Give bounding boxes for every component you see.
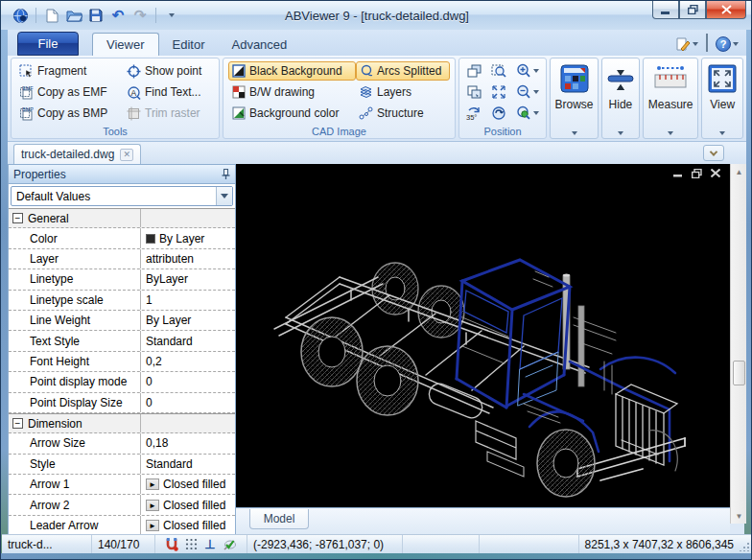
zoom-previous-dropdown[interactable]: [533, 111, 539, 115]
ribbon-group-position: 35° Position: [458, 58, 547, 139]
zoom-out-dropdown[interactable]: [533, 90, 539, 94]
fit-to-screen-icon[interactable]: [491, 84, 506, 100]
status-empty-2: [480, 535, 579, 553]
refresh-view-icon[interactable]: [491, 105, 506, 121]
maximize-button[interactable]: [679, 1, 706, 19]
property-row[interactable]: ColorBy Layer: [9, 228, 235, 248]
minimize-ribbon-icon[interactable]: [706, 35, 708, 53]
bw-drawing-icon: [231, 85, 246, 100]
property-row[interactable]: Arrow 1►Closed filled: [9, 475, 235, 495]
collapse-icon[interactable]: −: [12, 213, 23, 223]
zoom-in-dropdown[interactable]: [533, 69, 539, 73]
zoom-in-button[interactable]: [516, 63, 539, 79]
property-section-header[interactable]: −Dimension: [9, 413, 235, 433]
structure-button[interactable]: Structure: [356, 104, 450, 123]
document-tab-bar: truck-detailed.dwg ✕: [8, 142, 746, 164]
property-section-header[interactable]: −General: [9, 208, 235, 228]
ortho-icon[interactable]: ⊥: [204, 537, 215, 551]
show-point-button[interactable]: Show point: [124, 61, 214, 81]
measure-icon: [651, 63, 690, 94]
browse-button[interactable]: Browse: [550, 58, 599, 139]
zoom-previous-button[interactable]: [516, 105, 539, 121]
child-restore-icon[interactable]: [692, 169, 702, 180]
measure-dropdown[interactable]: [668, 131, 673, 135]
hide-icon: [605, 63, 636, 94]
preset-value: Default Values: [16, 190, 90, 203]
zoom-out-button[interactable]: [516, 84, 539, 100]
hide-button[interactable]: Hide: [601, 58, 640, 139]
group-label-position: Position: [459, 126, 546, 137]
scroll-down-icon[interactable]: ▼: [731, 508, 747, 524]
resize-grip[interactable]: [740, 542, 749, 551]
minimize-button[interactable]: [652, 1, 679, 19]
black-background-toggle[interactable]: Black Background: [228, 61, 356, 81]
trim-raster-button[interactable]: Trim raster: [124, 104, 214, 123]
cad-viewport[interactable]: [236, 164, 730, 507]
pin-icon[interactable]: [222, 169, 230, 179]
rotate-angle-icon[interactable]: 35°: [465, 105, 482, 121]
child-close-icon[interactable]: [711, 169, 720, 180]
property-row[interactable]: Leader Arrow►Closed filled: [9, 516, 235, 536]
find-text-button[interactable]: A Find Text...: [124, 82, 214, 102]
tab-viewer[interactable]: Viewer: [92, 33, 159, 56]
osnap-marker-icon[interactable]: [223, 538, 237, 551]
arcs-splitted-toggle[interactable]: Arcs Splitted: [356, 61, 450, 81]
hide-dropdown[interactable]: [618, 131, 623, 135]
property-row[interactable]: StyleStandard: [9, 455, 235, 475]
child-minimize-icon[interactable]: [673, 169, 683, 180]
close-tab-icon[interactable]: ✕: [120, 149, 133, 161]
copy-as-bmp-button[interactable]: BMP Copy as BMP: [16, 104, 124, 123]
group-label-cad-image: CAD Image: [223, 126, 455, 137]
property-row[interactable]: LinetypeByLayer: [9, 269, 235, 290]
scroll-up-icon[interactable]: ▲: [731, 164, 747, 179]
fragment-button[interactable]: Fragment: [16, 61, 124, 81]
help-icon[interactable]: ?: [716, 36, 739, 52]
title-bar[interactable]: ↶ ↷ ABViewer 9 - [truck-detailed.dwg]: [1, 1, 752, 30]
copy-position-icon[interactable]: [466, 84, 482, 100]
property-row[interactable]: Text StyleStandard: [9, 331, 235, 351]
property-row[interactable]: Layerattributen: [9, 249, 235, 269]
document-tab[interactable]: truck-detailed.dwg ✕: [13, 144, 141, 164]
copy-as-emf-button[interactable]: EMF Copy as EMF: [16, 82, 124, 102]
svg-text:35°: 35°: [466, 113, 477, 122]
properties-header[interactable]: Properties: [9, 165, 235, 184]
property-row[interactable]: Line WeightBy Layer: [9, 311, 235, 331]
property-row[interactable]: Linetype scale1: [9, 291, 235, 311]
tab-advanced[interactable]: Advanced: [218, 33, 300, 56]
snap-icon[interactable]: [165, 537, 178, 551]
move-page-icon[interactable]: [466, 63, 482, 79]
property-row[interactable]: Arrow Size0,18: [9, 433, 235, 454]
bw-drawing-button[interactable]: B/W drawing: [228, 82, 356, 102]
property-row[interactable]: Point display mode0: [9, 372, 235, 392]
property-row[interactable]: Font Height0,2: [9, 352, 235, 372]
window-border-left: [1, 1, 8, 560]
browse-dropdown[interactable]: [572, 131, 577, 135]
background-color-button[interactable]: Background color: [228, 104, 356, 123]
cad-drawing-truck[interactable]: [236, 164, 730, 507]
properties-title: Properties: [13, 168, 66, 181]
property-row[interactable]: Point Display Size0: [9, 393, 235, 413]
grid-icon[interactable]: [185, 538, 198, 550]
combobox-arrow-icon[interactable]: [216, 187, 232, 205]
collapse-icon[interactable]: −: [12, 418, 23, 429]
property-row[interactable]: Arrow 2►Closed filled: [9, 495, 235, 515]
show-point-icon: [127, 64, 141, 79]
preset-combobox[interactable]: Default Values: [11, 186, 233, 206]
zoom-window-icon[interactable]: [491, 63, 507, 79]
layers-button[interactable]: Layers: [356, 82, 450, 102]
vertical-scrollbar[interactable]: ▲ ▼: [730, 164, 746, 524]
tab-editor[interactable]: Editor: [159, 33, 219, 56]
app-window: ↶ ↷ ABViewer 9 - [truck-detailed.dwg] Fi…: [0, 0, 752, 560]
scrollbar-thumb[interactable]: [733, 361, 745, 385]
view-button[interactable]: View: [701, 58, 743, 139]
measure-button[interactable]: Measure: [643, 58, 699, 139]
style-pencil-icon[interactable]: [675, 37, 698, 52]
tab-list-chevron-button[interactable]: [703, 145, 724, 161]
copy-emf-icon: EMF: [19, 85, 34, 100]
close-button[interactable]: [706, 1, 746, 19]
view-dropdown[interactable]: [719, 131, 725, 135]
tab-file[interactable]: File: [17, 32, 79, 56]
properties-panel: Properties Default Values −GeneralColorB…: [8, 164, 236, 536]
model-tab[interactable]: Model: [249, 509, 309, 529]
ribbon-group-cad-image: Black Background B/W drawing Background …: [223, 58, 456, 139]
